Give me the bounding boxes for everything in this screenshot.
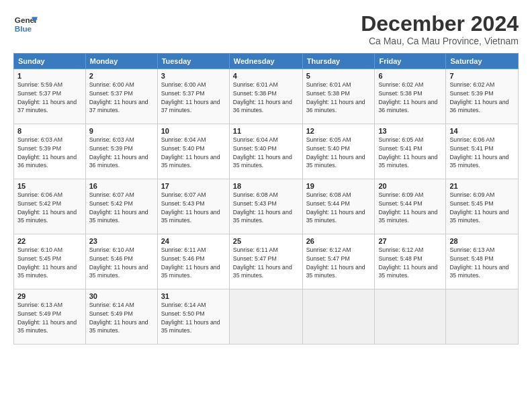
day-info: Sunrise: 6:10 AMSunset: 5:45 PMDaylight:… — [17, 246, 77, 279]
calendar-cell: 22 Sunrise: 6:10 AMSunset: 5:45 PMDaylig… — [14, 234, 86, 289]
day-info: Sunrise: 6:05 AMSunset: 5:40 PMDaylight:… — [306, 136, 365, 169]
day-info: Sunrise: 6:06 AMSunset: 5:42 PMDaylight:… — [17, 191, 77, 224]
calendar-day-header: Thursday — [302, 54, 375, 69]
logo-icon: General Blue — [13, 12, 38, 36]
calendar-cell: 29 Sunrise: 6:13 AMSunset: 5:49 PMDaylig… — [14, 289, 86, 345]
day-number: 16 — [89, 182, 154, 190]
day-number: 14 — [449, 127, 515, 135]
day-number: 2 — [89, 72, 154, 80]
calendar-day-header: Saturday — [446, 54, 519, 69]
day-info: Sunrise: 6:09 AMSunset: 5:45 PMDaylight:… — [449, 191, 508, 224]
day-number: 9 — [89, 127, 154, 135]
day-info: Sunrise: 6:04 AMSunset: 5:40 PMDaylight:… — [233, 136, 292, 169]
calendar-cell: 4 Sunrise: 6:01 AMSunset: 5:38 PMDayligh… — [229, 69, 302, 124]
day-number: 11 — [233, 127, 299, 135]
day-info: Sunrise: 6:06 AMSunset: 5:41 PMDaylight:… — [449, 136, 508, 169]
calendar-cell: 14 Sunrise: 6:06 AMSunset: 5:41 PMDaylig… — [446, 124, 519, 179]
calendar-header-row: SundayMondayTuesdayWednesdayThursdayFrid… — [14, 54, 519, 69]
page: General Blue December 2024 Ca Mau, Ca Ma… — [0, 0, 532, 411]
day-number: 29 — [17, 292, 82, 300]
calendar-cell: 6 Sunrise: 6:02 AMSunset: 5:38 PMDayligh… — [375, 69, 446, 124]
day-info: Sunrise: 6:12 AMSunset: 5:47 PMDaylight:… — [306, 246, 365, 279]
calendar-week-row: 29 Sunrise: 6:13 AMSunset: 5:49 PMDaylig… — [14, 289, 519, 345]
calendar-cell: 24 Sunrise: 6:11 AMSunset: 5:46 PMDaylig… — [157, 234, 229, 289]
calendar-cell: 19 Sunrise: 6:08 AMSunset: 5:44 PMDaylig… — [302, 179, 375, 234]
day-number: 18 — [233, 182, 299, 190]
calendar-cell: 1 Sunrise: 5:59 AMSunset: 5:37 PMDayligh… — [14, 69, 86, 124]
svg-text:Blue: Blue — [15, 24, 32, 33]
day-info: Sunrise: 6:08 AMSunset: 5:43 PMDaylight:… — [233, 191, 292, 224]
day-number: 6 — [378, 72, 442, 80]
calendar-cell: 30 Sunrise: 6:14 AMSunset: 5:49 PMDaylig… — [85, 289, 157, 345]
calendar-day-header: Wednesday — [229, 54, 302, 69]
calendar-cell: 2 Sunrise: 6:00 AMSunset: 5:37 PMDayligh… — [85, 69, 157, 124]
day-number: 30 — [89, 292, 154, 300]
day-number: 25 — [233, 237, 299, 245]
calendar-cell — [302, 289, 375, 345]
calendar-cell: 7 Sunrise: 6:02 AMSunset: 5:39 PMDayligh… — [446, 69, 519, 124]
day-info: Sunrise: 6:14 AMSunset: 5:50 PMDaylight:… — [161, 302, 220, 334]
calendar-cell — [446, 289, 519, 345]
day-number: 21 — [449, 182, 515, 190]
calendar-cell: 31 Sunrise: 6:14 AMSunset: 5:50 PMDaylig… — [157, 289, 229, 345]
calendar-cell: 28 Sunrise: 6:13 AMSunset: 5:48 PMDaylig… — [446, 234, 519, 289]
calendar-cell: 3 Sunrise: 6:00 AMSunset: 5:37 PMDayligh… — [157, 69, 229, 124]
calendar-week-row: 8 Sunrise: 6:03 AMSunset: 5:39 PMDayligh… — [14, 124, 519, 179]
day-info: Sunrise: 6:12 AMSunset: 5:48 PMDaylight:… — [378, 246, 437, 279]
day-info: Sunrise: 6:11 AMSunset: 5:46 PMDaylight:… — [161, 246, 220, 279]
header: General Blue December 2024 Ca Mau, Ca Ma… — [13, 12, 519, 46]
day-number: 15 — [17, 182, 82, 190]
day-number: 7 — [449, 72, 515, 80]
day-number: 12 — [306, 127, 371, 135]
day-info: Sunrise: 6:00 AMSunset: 5:37 PMDaylight:… — [161, 81, 220, 113]
calendar-day-header: Tuesday — [157, 54, 229, 69]
calendar-table: SundayMondayTuesdayWednesdayThursdayFrid… — [13, 53, 519, 345]
calendar-cell: 20 Sunrise: 6:09 AMSunset: 5:44 PMDaylig… — [375, 179, 446, 234]
calendar-cell: 10 Sunrise: 6:04 AMSunset: 5:40 PMDaylig… — [157, 124, 229, 179]
day-info: Sunrise: 6:05 AMSunset: 5:41 PMDaylight:… — [378, 136, 437, 169]
day-info: Sunrise: 6:03 AMSunset: 5:39 PMDaylight:… — [89, 136, 148, 169]
calendar-cell: 5 Sunrise: 6:01 AMSunset: 5:38 PMDayligh… — [302, 69, 375, 124]
calendar-cell — [375, 289, 446, 345]
day-info: Sunrise: 6:01 AMSunset: 5:38 PMDaylight:… — [306, 81, 365, 113]
day-number: 4 — [233, 72, 299, 80]
title-block: December 2024 Ca Mau, Ca Mau Province, V… — [361, 12, 519, 46]
calendar-cell: 12 Sunrise: 6:05 AMSunset: 5:40 PMDaylig… — [302, 124, 375, 179]
calendar-cell: 8 Sunrise: 6:03 AMSunset: 5:39 PMDayligh… — [14, 124, 86, 179]
day-info: Sunrise: 6:02 AMSunset: 5:38 PMDaylight:… — [378, 81, 437, 113]
day-info: Sunrise: 5:59 AMSunset: 5:37 PMDaylight:… — [17, 81, 77, 113]
logo: General Blue — [13, 12, 40, 36]
calendar-cell: 13 Sunrise: 6:05 AMSunset: 5:41 PMDaylig… — [375, 124, 446, 179]
calendar-day-header: Monday — [85, 54, 157, 69]
day-info: Sunrise: 6:10 AMSunset: 5:46 PMDaylight:… — [89, 246, 148, 279]
day-number: 5 — [306, 72, 371, 80]
day-info: Sunrise: 6:01 AMSunset: 5:38 PMDaylight:… — [233, 81, 292, 113]
day-info: Sunrise: 6:13 AMSunset: 5:49 PMDaylight:… — [17, 302, 77, 334]
day-number: 27 — [378, 237, 442, 245]
day-info: Sunrise: 6:07 AMSunset: 5:42 PMDaylight:… — [89, 191, 148, 224]
day-number: 24 — [161, 237, 226, 245]
day-number: 1 — [17, 72, 82, 80]
calendar-week-row: 15 Sunrise: 6:06 AMSunset: 5:42 PMDaylig… — [14, 179, 519, 234]
day-number: 17 — [161, 182, 226, 190]
day-number: 10 — [161, 127, 226, 135]
calendar-week-row: 22 Sunrise: 6:10 AMSunset: 5:45 PMDaylig… — [14, 234, 519, 289]
calendar-cell: 11 Sunrise: 6:04 AMSunset: 5:40 PMDaylig… — [229, 124, 302, 179]
day-number: 8 — [17, 127, 82, 135]
day-info: Sunrise: 6:03 AMSunset: 5:39 PMDaylight:… — [17, 136, 77, 169]
day-number: 13 — [378, 127, 442, 135]
calendar-cell: 26 Sunrise: 6:12 AMSunset: 5:47 PMDaylig… — [302, 234, 375, 289]
day-number: 22 — [17, 237, 82, 245]
calendar-cell: 16 Sunrise: 6:07 AMSunset: 5:42 PMDaylig… — [85, 179, 157, 234]
day-info: Sunrise: 6:07 AMSunset: 5:43 PMDaylight:… — [161, 191, 220, 224]
calendar-day-header: Friday — [375, 54, 446, 69]
calendar-week-row: 1 Sunrise: 5:59 AMSunset: 5:37 PMDayligh… — [14, 69, 519, 124]
day-number: 28 — [449, 237, 515, 245]
day-info: Sunrise: 6:04 AMSunset: 5:40 PMDaylight:… — [161, 136, 220, 169]
calendar-cell: 21 Sunrise: 6:09 AMSunset: 5:45 PMDaylig… — [446, 179, 519, 234]
day-info: Sunrise: 6:00 AMSunset: 5:37 PMDaylight:… — [89, 81, 148, 113]
day-number: 31 — [161, 292, 226, 300]
calendar-cell — [229, 289, 302, 345]
day-number: 20 — [378, 182, 442, 190]
day-number: 23 — [89, 237, 154, 245]
